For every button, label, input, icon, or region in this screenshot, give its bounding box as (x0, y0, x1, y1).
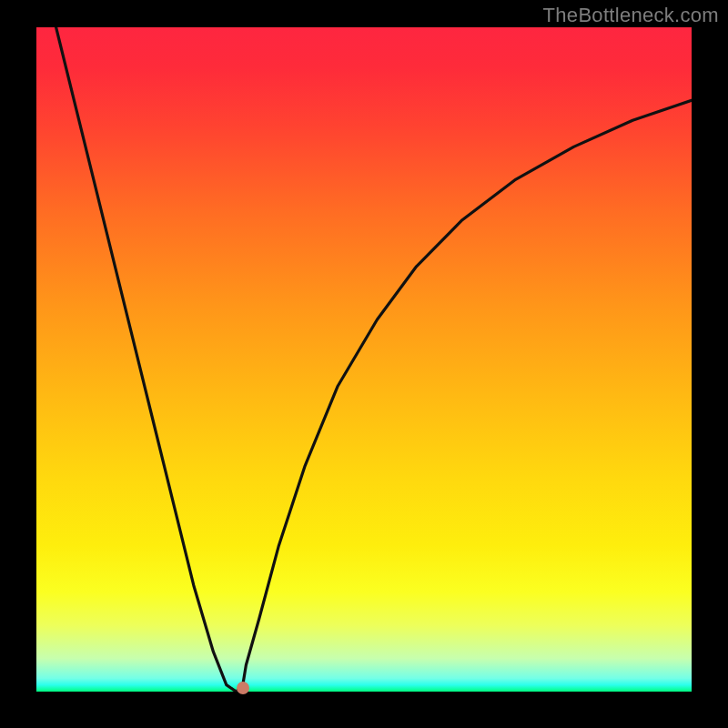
optimum-marker (237, 682, 249, 694)
curve-svg (36, 27, 692, 692)
bottleneck-curve (56, 27, 692, 692)
watermark-text: TheBottleneck.com (543, 4, 719, 27)
plot-area (36, 27, 692, 692)
chart-container: TheBottleneck.com (0, 0, 728, 728)
